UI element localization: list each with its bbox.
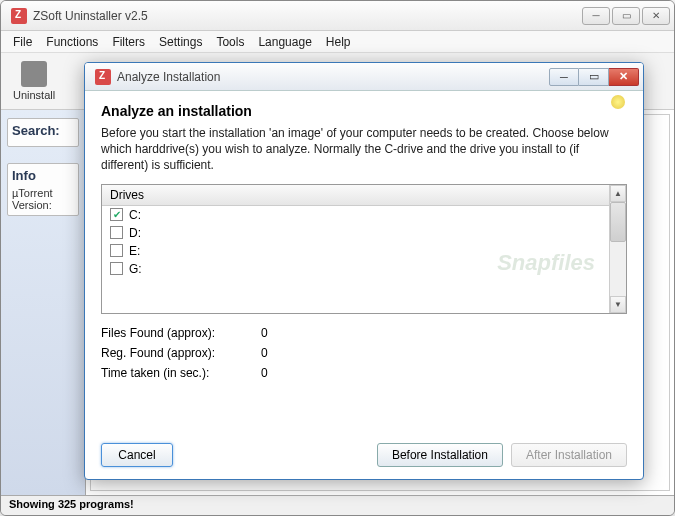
search-block: Search: xyxy=(7,118,79,147)
drives-header[interactable]: Drives xyxy=(102,185,609,206)
info-block: Info µTorrent Version: xyxy=(7,163,79,216)
time-taken-value: 0 xyxy=(261,366,268,380)
before-installation-button[interactable]: Before Installation xyxy=(377,443,503,467)
minimize-button[interactable]: ─ xyxy=(582,7,610,25)
close-button[interactable]: ✕ xyxy=(642,7,670,25)
dialog-close-button[interactable]: ✕ xyxy=(609,68,639,86)
drive-row[interactable]: D: xyxy=(102,224,609,242)
drive-label: G: xyxy=(129,262,142,276)
menu-file[interactable]: File xyxy=(7,33,38,51)
menubar: File Functions Filters Settings Tools La… xyxy=(1,31,674,53)
lightbulb-icon xyxy=(611,95,625,109)
dialog-footer: Cancel Before Installation After Install… xyxy=(101,443,627,467)
menu-help[interactable]: Help xyxy=(320,33,357,51)
menu-tools[interactable]: Tools xyxy=(210,33,250,51)
drive-checkbox[interactable] xyxy=(110,226,123,239)
app-icon xyxy=(11,8,27,24)
main-title: ZSoft Uninstaller v2.5 xyxy=(33,9,582,23)
menu-functions[interactable]: Functions xyxy=(40,33,104,51)
dialog-title: Analyze Installation xyxy=(117,70,549,84)
reg-found-label: Reg. Found (approx): xyxy=(101,346,261,360)
drive-row[interactable]: ✔C: xyxy=(102,206,609,224)
time-taken-label: Time taken (in sec.): xyxy=(101,366,261,380)
drives-scrollbar[interactable]: ▲ ▼ xyxy=(609,185,626,313)
drives-listbox: Drives ✔C:D:E:G: ▲ ▼ xyxy=(101,184,627,314)
dialog-maximize-button[interactable]: ▭ xyxy=(579,68,609,86)
drive-checkbox[interactable] xyxy=(110,262,123,275)
menu-settings[interactable]: Settings xyxy=(153,33,208,51)
drive-checkbox[interactable] xyxy=(110,244,123,257)
left-panel: Search: Info µTorrent Version: xyxy=(1,110,86,495)
search-label: Search: xyxy=(12,123,74,138)
status-text: Showing 325 programs! xyxy=(9,498,134,510)
after-installation-button: After Installation xyxy=(511,443,627,467)
maximize-button[interactable]: ▭ xyxy=(612,7,640,25)
uninstall-label: Uninstall xyxy=(13,89,55,101)
dialog-heading: Analyze an installation xyxy=(101,103,627,119)
stats: Files Found (approx): 0 Reg. Found (appr… xyxy=(101,326,627,386)
dialog-body: Analyze an installation Before you start… xyxy=(85,91,643,479)
uninstall-tool-button[interactable]: Uninstall xyxy=(13,61,55,101)
drive-checkbox[interactable]: ✔ xyxy=(110,208,123,221)
drive-label: C: xyxy=(129,208,141,222)
main-titlebar[interactable]: ZSoft Uninstaller v2.5 ─ ▭ ✕ xyxy=(1,1,674,31)
files-found-label: Files Found (approx): xyxy=(101,326,261,340)
statusbar: Showing 325 programs! xyxy=(1,495,674,515)
scroll-up-icon[interactable]: ▲ xyxy=(610,185,626,202)
drive-row[interactable]: E: xyxy=(102,242,609,260)
files-found-value: 0 xyxy=(261,326,268,340)
reg-found-value: 0 xyxy=(261,346,268,360)
info-line2: Version: xyxy=(12,199,74,211)
menu-filters[interactable]: Filters xyxy=(106,33,151,51)
info-line1: µTorrent xyxy=(12,187,74,199)
scroll-thumb[interactable] xyxy=(610,202,626,242)
menu-language[interactable]: Language xyxy=(252,33,317,51)
info-head: Info xyxy=(12,168,74,183)
drive-label: D: xyxy=(129,226,141,240)
drive-label: E: xyxy=(129,244,140,258)
dialog-titlebar[interactable]: Analyze Installation ─ ▭ ✕ xyxy=(85,63,643,91)
scroll-down-icon[interactable]: ▼ xyxy=(610,296,626,313)
dialog-app-icon xyxy=(95,69,111,85)
drive-row[interactable]: G: xyxy=(102,260,609,278)
dialog-description: Before you start the installation 'an im… xyxy=(101,125,627,174)
analyze-dialog: Analyze Installation ─ ▭ ✕ Analyze an in… xyxy=(84,62,644,480)
cancel-button[interactable]: Cancel xyxy=(101,443,173,467)
dialog-minimize-button[interactable]: ─ xyxy=(549,68,579,86)
uninstall-icon xyxy=(21,61,47,87)
